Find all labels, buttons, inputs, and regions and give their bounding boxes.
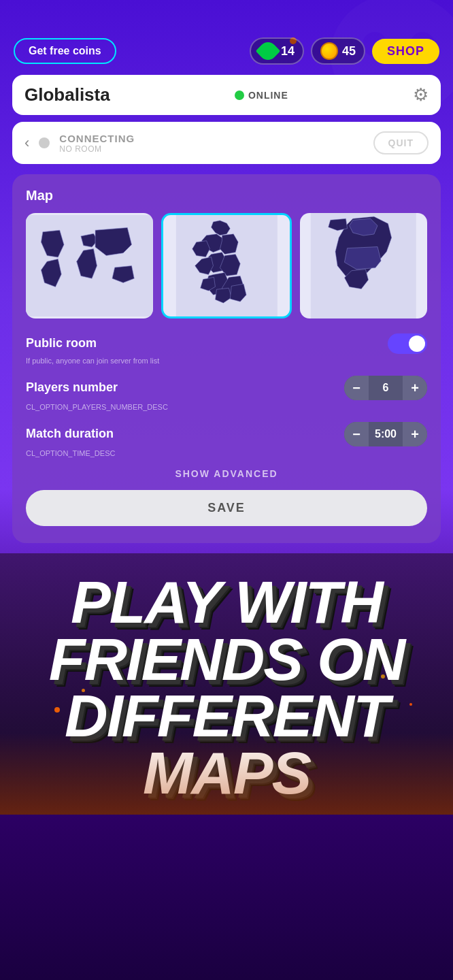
connecting-status: CONNECTING [59,133,363,144]
online-label: ONLINE [248,90,288,101]
map-card-north-america[interactable] [300,213,427,318]
coins-badge: 45 [311,37,365,65]
settings-icon[interactable]: ⚙ [413,84,429,105]
public-room-option: Public room If public, anyone can join s… [26,333,427,365]
gem-icon [256,39,281,64]
duration-stepper: − 5:00 + [344,422,427,446]
players-number-option: Players number − 6 + CL_OPTION_PLAYERS_N… [26,376,427,411]
map-card-world[interactable] [26,213,153,318]
settings-panel: Map [12,174,441,543]
duration-decrease-button[interactable]: − [344,422,369,446]
match-duration-option: Match duration − 5:00 + CL_OPTION_TIME_D… [26,422,427,457]
map-selector [26,213,427,318]
match-duration-label: Match duration [26,427,114,441]
public-room-toggle[interactable] [388,333,427,354]
players-value: 6 [369,376,403,400]
top-bar: Get free coins 14 45 SHOP [0,0,453,75]
map-section-label: Map [26,188,427,203]
no-room-label: NO ROOM [59,144,363,154]
public-room-label: Public room [26,336,97,350]
gems-count: 14 [281,44,295,59]
duration-value: 5:00 [369,422,403,446]
back-arrow-icon[interactable]: ‹ [24,134,29,152]
gems-badge: 14 [250,37,304,65]
quit-button[interactable]: QUIT [373,131,429,154]
currency-group: 14 45 SHOP [250,37,439,65]
show-advanced-button[interactable]: SHOW ADVANCED [26,468,427,479]
public-room-desc: If public, anyone can join server from l… [26,357,427,365]
players-desc: CL_OPTION_PLAYERS_NUMBER_DESC [26,403,427,411]
online-status: ONLINE [235,90,288,101]
connection-bar: ‹ CONNECTING NO ROOM QUIT [12,122,441,164]
map-card-europe[interactable] [161,213,292,318]
online-indicator [235,91,244,100]
get-free-coins-button[interactable]: Get free coins [14,38,116,64]
game-title-bar: Globalista ONLINE ⚙ [12,75,441,115]
connecting-dot [39,137,50,148]
toggle-knob [409,336,425,352]
shop-button[interactable]: SHOP [372,39,439,64]
coin-icon [320,42,338,60]
save-button[interactable]: SAVE [26,490,427,526]
players-decrease-button[interactable]: − [344,376,369,400]
coins-count: 45 [342,44,356,59]
game-title: Globalista [24,84,110,105]
players-number-label: Players number [26,380,118,395]
players-increase-button[interactable]: + [403,376,427,400]
duration-increase-button[interactable]: + [403,422,427,446]
promo-section: PLAY WITH FRIENDS ON DIFFERENT MAPS [0,553,453,815]
promo-text-line1: PLAY WITH FRIENDS ON DIFFERENT MAPS [14,574,439,801]
duration-desc: CL_OPTION_TIME_DESC [26,449,427,457]
connection-text: CONNECTING NO ROOM [59,133,363,154]
players-stepper: − 6 + [344,376,427,400]
